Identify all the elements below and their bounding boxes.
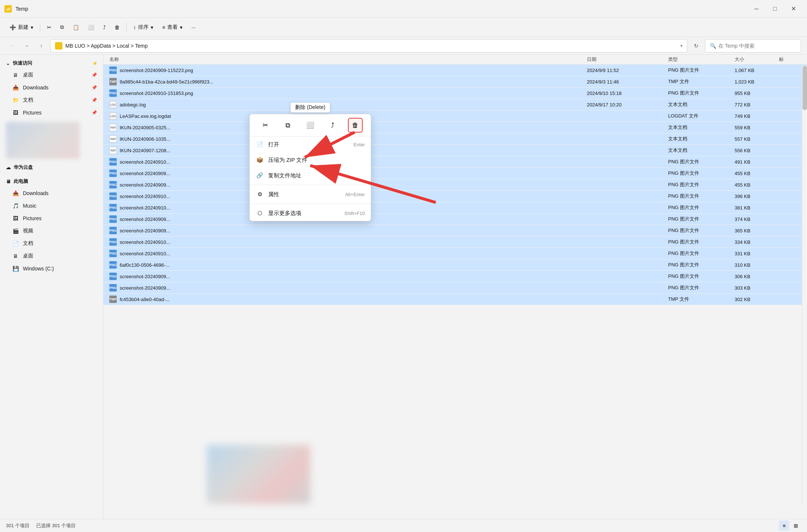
ctx-more-label: 显示更多选项 bbox=[268, 210, 301, 217]
share-button[interactable]: ⤴ bbox=[99, 22, 109, 33]
address-path[interactable]: MB LUO > AppData > Local > Temp ▾ bbox=[50, 39, 687, 52]
ctx-paste-button[interactable]: ⬜ bbox=[303, 118, 318, 133]
table-row[interactable]: TMP 9a985c44-b1ba-42ca-bd49-5e21c996f923… bbox=[103, 76, 807, 88]
png-icon: PNG bbox=[109, 170, 117, 177]
pc-desktop-icon: 🖥 bbox=[12, 252, 19, 260]
sidebar-item-pc-music[interactable]: 🎵 Music bbox=[0, 200, 103, 212]
quick-access-chevron: ⌄ bbox=[6, 61, 10, 66]
sidebar-item-pc-windows[interactable]: 💾 Windows (C:) bbox=[0, 262, 103, 275]
sidebar-item-desktop[interactable]: 🖥 桌面 📌 bbox=[0, 69, 103, 81]
refresh-button[interactable]: ↻ bbox=[690, 40, 702, 52]
toolbar-separator-2 bbox=[126, 23, 127, 32]
ctx-copy-button[interactable]: ⧉ bbox=[280, 118, 295, 133]
file-size: 303 KB bbox=[735, 285, 779, 291]
sort-button[interactable]: ↕ 排序 ▾ bbox=[130, 22, 157, 33]
table-row[interactable]: PNG screenshot-20240909... PNG 图片文件 455 … bbox=[103, 179, 807, 191]
search-box[interactable]: 🔍 bbox=[705, 39, 801, 52]
ctx-properties-item[interactable]: ⚙ 属性 Alt+Enter bbox=[250, 187, 371, 202]
ctx-open-item[interactable]: 📄 打开 Enter bbox=[250, 137, 371, 152]
ctx-more-item[interactable]: ⬡ 显示更多选项 Shift+F10 bbox=[250, 205, 371, 221]
search-input[interactable] bbox=[718, 43, 796, 49]
cut-button[interactable]: ✂ bbox=[43, 22, 55, 33]
table-row[interactable]: LOG LeASPac.exe.log.logdat LOGDAT 文件 749… bbox=[103, 110, 807, 122]
more-icon: ··· bbox=[191, 24, 196, 30]
file-name-cell: PNG 6af0c130-0506-4696-... bbox=[109, 261, 587, 269]
new-button[interactable]: ➕ 新建 ▾ bbox=[6, 22, 37, 33]
paste-button[interactable]: 📋 bbox=[69, 22, 83, 33]
file-type: PNG 图片文件 bbox=[668, 216, 735, 222]
rename-button[interactable]: ⬜ bbox=[84, 22, 98, 33]
sidebar-item-pictures[interactable]: 🖼 Pictures 📌 bbox=[0, 106, 103, 119]
table-row[interactable]: PNG screenshot-20240909... PNG 图片文件 303 … bbox=[103, 282, 807, 294]
table-row[interactable]: PNG screenshot-20240909... PNG 图片文件 306 … bbox=[103, 271, 807, 282]
file-name-cell: PNG screenshot-20240910... bbox=[109, 250, 587, 257]
minimize-button[interactable]: ─ bbox=[747, 0, 766, 18]
png-icon: PNG bbox=[109, 261, 117, 269]
status-bar-right: ≡ ⊞ bbox=[779, 521, 801, 531]
table-row[interactable]: PNG screenshot-20240910... PNG 图片文件 381 … bbox=[103, 202, 807, 214]
sidebar-item-pc-videos[interactable]: 🎬 视频 bbox=[0, 225, 103, 237]
txt-icon: TXT bbox=[109, 124, 117, 131]
table-row[interactable]: PNG screenshot-20240910... PNG 图片文件 331 … bbox=[103, 248, 807, 259]
file-size: 381 KB bbox=[735, 205, 779, 211]
sidebar-quick-access[interactable]: ⌄ 快速访问 ★ bbox=[0, 58, 103, 69]
table-row[interactable]: PNG screenshot-20240910... PNG 图片文件 334 … bbox=[103, 236, 807, 248]
table-row[interactable]: PNG 6af0c130-0506-4696-... PNG 图片文件 310 … bbox=[103, 259, 807, 271]
png-icon: PNG bbox=[109, 66, 117, 74]
ctx-compress-item[interactable]: 📦 压缩为 ZIP 文件 bbox=[250, 152, 371, 168]
file-name-cell: PNG screenshot-20240909-115223.png bbox=[109, 66, 587, 74]
file-name: screenshot-20240909... bbox=[120, 171, 170, 176]
maximize-button[interactable]: □ bbox=[766, 0, 784, 18]
table-row[interactable]: PNG screenshot-20240909... PNG 图片文件 455 … bbox=[103, 168, 807, 179]
sidebar-item-downloads[interactable]: 📥 Downloads 📌 bbox=[0, 81, 103, 94]
table-row[interactable]: PNG screenshot-20240909... PNG 图片文件 374 … bbox=[103, 214, 807, 225]
sidebar-this-pc[interactable]: 🖥 此电脑 bbox=[0, 176, 103, 187]
main-layout: ⌄ 快速访问 ★ 🖥 桌面 📌 📥 Downloads 📌 📁 文档 📌 🖼 P… bbox=[0, 55, 807, 519]
view-button[interactable]: ≡ 查看 ▾ bbox=[158, 22, 186, 33]
delete-button[interactable]: 🗑 bbox=[111, 22, 123, 33]
context-menu[interactable]: 删除 (Delete) ✂ ⧉ ⬜ ⤴ 🗑 📄 打开 Enter 📦 压缩为 Z… bbox=[249, 114, 371, 221]
sidebar-huawei-cloud[interactable]: ☁ 华为云盘 bbox=[0, 162, 103, 173]
table-row[interactable]: PNG screenshot-20240910-151853.png 2024/… bbox=[103, 88, 807, 99]
file-size: 396 KB bbox=[735, 194, 779, 199]
ctx-share-button[interactable]: ⤴ bbox=[325, 118, 340, 133]
path-dropdown[interactable]: ▾ bbox=[680, 43, 683, 48]
ctx-delete-button[interactable]: 🗑 bbox=[348, 118, 363, 133]
item-count: 301 个项目 bbox=[6, 523, 30, 528]
file-name: screenshot-20240909... bbox=[120, 216, 170, 222]
copy-button[interactable]: ⧉ bbox=[57, 22, 68, 33]
table-row[interactable]: PNG screenshot-20240909-115223.png 2024/… bbox=[103, 65, 807, 76]
more-button[interactable]: ··· bbox=[188, 22, 199, 33]
sidebar-item-pc-pictures[interactable]: 🖼 Pictures bbox=[0, 212, 103, 225]
table-row[interactable]: TXT IKUN-20240905-0325... 文本文档 559 KB bbox=[103, 122, 807, 133]
thumbnail-blur-area bbox=[207, 445, 310, 504]
file-size: 374 KB bbox=[735, 216, 779, 222]
table-row[interactable]: TMP fc453b04-a9e0-40ad-... TMP 文件 302 KB bbox=[103, 294, 807, 305]
sidebar-item-documents[interactable]: 📁 文档 📌 bbox=[0, 94, 103, 106]
scrollbar-track[interactable] bbox=[802, 66, 807, 505]
table-row[interactable]: PNG screenshot-20240910... PNG 图片文件 491 … bbox=[103, 156, 807, 168]
back-button[interactable]: ← bbox=[6, 40, 18, 52]
table-row[interactable]: LOG adobegc.log 2024/9/17 10:20 文本文档 772… bbox=[103, 99, 807, 110]
close-button[interactable]: ✕ bbox=[784, 0, 803, 18]
sidebar-item-pc-downloads[interactable]: 📥 Downloads bbox=[0, 187, 103, 200]
up-button[interactable]: ↑ bbox=[35, 40, 47, 52]
sidebar-item-pc-documents[interactable]: 📄 文档 bbox=[0, 237, 103, 250]
table-row[interactable]: TXT IKUN-20240906-1035... 文本文档 557 KB bbox=[103, 133, 807, 145]
scrollbar-thumb[interactable] bbox=[803, 66, 807, 110]
table-row[interactable]: PNG screenshot-20240909... PNG 图片文件 365 … bbox=[103, 225, 807, 236]
sidebar-item-pc-desktop[interactable]: 🖥 桌面 bbox=[0, 250, 103, 262]
grid-view-button[interactable]: ⊞ bbox=[791, 521, 801, 531]
table-row[interactable]: TXT IKUN-20240907-1208... 文本文档 556 KB bbox=[103, 145, 807, 156]
list-view-button[interactable]: ≡ bbox=[779, 521, 789, 531]
file-type: PNG 图片文件 bbox=[668, 170, 735, 177]
ctx-copy-path-item[interactable]: 🔗 复制文件地址 bbox=[250, 168, 371, 183]
this-pc-label: 此电脑 bbox=[14, 178, 28, 185]
forward-button[interactable]: → bbox=[21, 40, 33, 52]
sidebar-item-label: Pictures bbox=[23, 110, 42, 116]
file-size: 1,023 KB bbox=[735, 79, 779, 85]
cut-icon: ✂ bbox=[47, 24, 51, 30]
ctx-compress-label: 压缩为 ZIP 文件 bbox=[268, 157, 307, 164]
table-row[interactable]: PNG screenshot-20240910... PNG 图片文件 396 … bbox=[103, 191, 807, 202]
ctx-cut-button[interactable]: ✂ bbox=[258, 118, 273, 133]
